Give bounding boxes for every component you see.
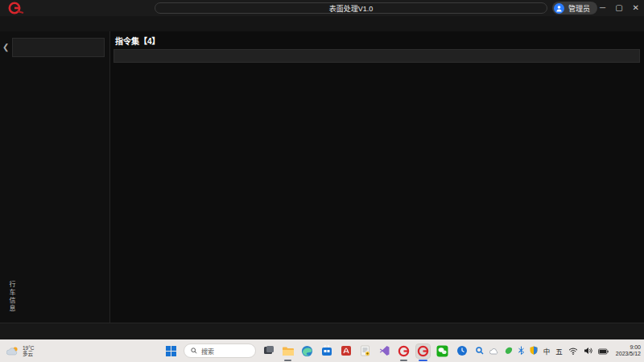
taskbar-search[interactable]: 搜索 xyxy=(184,343,256,358)
ime-mode-indicator[interactable]: 五 xyxy=(555,346,563,356)
volume-icon[interactable] xyxy=(584,343,592,358)
store-icon[interactable] xyxy=(320,344,333,358)
user-badge[interactable]: 管理员 xyxy=(552,2,597,14)
tray-green-icon[interactable] xyxy=(505,343,513,358)
wechat-icon[interactable] xyxy=(436,344,449,358)
tray-time: 9:00 xyxy=(616,344,641,351)
weather-temp: 19°C xyxy=(23,345,35,352)
clock-app-icon[interactable] xyxy=(455,344,469,358)
vscode-icon[interactable] xyxy=(378,344,391,358)
tray-shield-icon[interactable] xyxy=(530,343,538,358)
close-icon[interactable]: ✕ xyxy=(633,4,639,12)
ime-language-indicator[interactable]: 中 xyxy=(543,346,551,356)
instruction-table-header xyxy=(114,50,639,62)
notes-icon[interactable] xyxy=(358,344,372,358)
maximize-icon[interactable]: ▢ xyxy=(615,4,622,12)
crane-info-vertical-label: 行车信息 xyxy=(7,281,16,313)
app-logo-icon xyxy=(7,2,31,15)
windows-taskbar: 19°C 多云 搜索 中 五 9:00 xyxy=(0,339,644,362)
table-actions xyxy=(114,317,640,323)
file-explorer-icon[interactable] xyxy=(281,344,295,358)
collapse-sidebar-icon[interactable]: ❮ xyxy=(2,43,9,51)
bluetooth-icon[interactable] xyxy=(518,343,524,358)
search-placeholder: 搜索 xyxy=(201,347,214,356)
weather-condition: 多云 xyxy=(23,351,35,357)
title-bar: 表面处理V1.0 管理员 ─ ▢ ✕ xyxy=(0,0,644,16)
user-avatar-icon xyxy=(554,3,564,14)
weather-widget[interactable]: 19°C 多云 xyxy=(6,345,35,357)
task-view-icon[interactable] xyxy=(262,344,275,358)
start-button[interactable] xyxy=(164,344,178,358)
instruction-set-title: 指令集【4】 xyxy=(115,35,640,47)
window-title-area: 表面处理V1.0 xyxy=(155,2,547,14)
tray-cloud-icon[interactable] xyxy=(489,343,499,358)
crane-sidebar: ❮ 行车信息 xyxy=(0,31,110,323)
instruction-table xyxy=(114,49,640,63)
wifi-icon[interactable] xyxy=(568,343,578,358)
user-name-label: 管理员 xyxy=(568,3,590,14)
app-g-icon[interactable] xyxy=(397,344,411,358)
tray-date: 2023/5/12 xyxy=(616,351,641,357)
search-icon xyxy=(191,348,197,354)
window-title: 表面处理V1.0 xyxy=(329,3,374,14)
app-g-active-icon[interactable] xyxy=(416,344,430,358)
crane-table-header xyxy=(13,39,104,56)
weather-cloud-icon xyxy=(6,346,19,356)
instruction-set-tabs xyxy=(0,323,644,339)
clock-widget[interactable]: 9:00 2023/5/12 xyxy=(616,344,641,357)
minimize-icon[interactable]: ─ xyxy=(600,4,605,12)
red-doc-icon[interactable] xyxy=(339,344,353,358)
crane-table xyxy=(12,38,105,57)
content-area: ❮ 行车信息 指令集【4】 xyxy=(0,31,644,323)
tray-search-icon[interactable] xyxy=(476,343,484,358)
instruction-set-panel: 指令集【4】 xyxy=(110,31,644,323)
battery-icon[interactable] xyxy=(598,343,609,358)
document-tab-bar xyxy=(0,16,644,31)
edge-icon[interactable] xyxy=(300,344,314,358)
